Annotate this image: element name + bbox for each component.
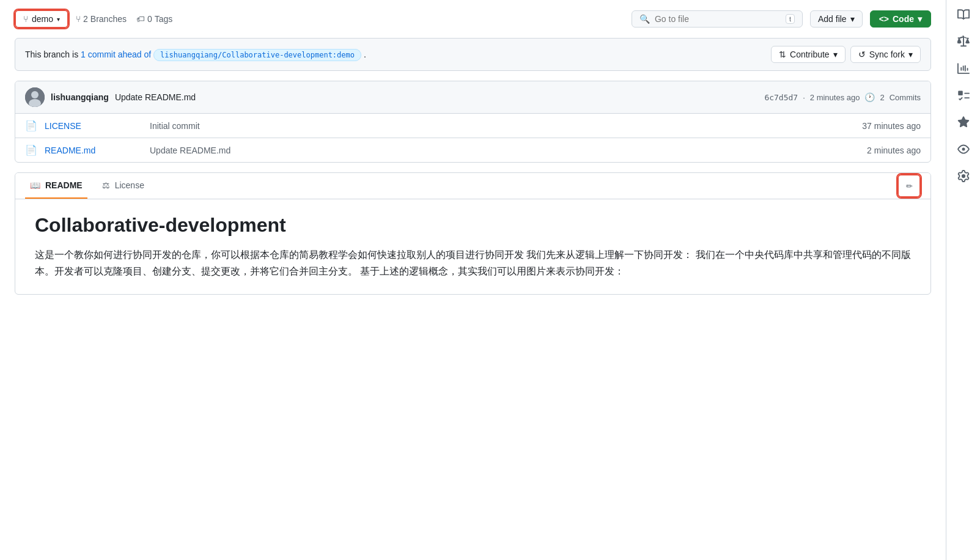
code-label: Code	[893, 14, 914, 24]
code-dropdown-icon: ▾	[918, 14, 922, 24]
file-time-license: 37 minutes ago	[862, 121, 921, 131]
add-file-label: Add file	[818, 14, 847, 24]
tags-label: Tags	[155, 14, 173, 24]
edit-readme-button[interactable]: ✏	[897, 174, 921, 197]
branch-info-suffix: .	[364, 50, 366, 59]
svg-point-1	[31, 91, 39, 98]
tags-link[interactable]: 🏷 0 Tags	[136, 14, 172, 24]
tab-license[interactable]: ⚖ License	[97, 173, 149, 199]
contribute-label: Contribute	[790, 50, 830, 59]
commits-count: 2	[880, 93, 884, 102]
readme-section: 📖 README ⚖ License ✏ Collaborative-devel…	[15, 172, 931, 295]
sidebar-graph-icon[interactable]	[956, 61, 971, 76]
file-commit-msg-license: Initial commit	[150, 121, 855, 131]
commits-link[interactable]: 2 Commits	[880, 93, 921, 102]
upstream-badge: lishuangqiang/Collaborative-development:…	[153, 49, 361, 61]
commit-header: lishuangqiang Update README.md 6c7d5d7 ·…	[15, 81, 930, 114]
sync-fork-button[interactable]: ↺ Sync fork ▾	[850, 46, 921, 63]
tab-readme[interactable]: 📖 README	[25, 173, 87, 199]
sidebar-settings-icon[interactable]	[956, 169, 971, 183]
sidebar-star-icon[interactable]	[956, 115, 971, 130]
pencil-icon: ✏	[906, 182, 913, 191]
file-icon: 📄	[25, 120, 37, 131]
branch-info-text: This branch is 1 commit ahead of lishuan…	[25, 50, 766, 59]
tags-count: 0	[147, 14, 152, 24]
sync-fork-dropdown-icon: ▾	[908, 50, 913, 59]
toolbar-row: ⑂ demo ▾ ⑂ 2 Branches 🏷 0 Tags	[15, 10, 931, 28]
commit-message[interactable]: Update README.md	[115, 92, 759, 102]
contribute-button[interactable]: ⇅ Contribute ▾	[771, 46, 846, 63]
meta-info: ⑂ 2 Branches 🏷 0 Tags	[76, 14, 172, 24]
sidebar-scale-icon[interactable]	[956, 34, 971, 49]
license-tab-label: License	[115, 180, 144, 190]
branch-dropdown-icon: ▾	[57, 16, 60, 23]
branches-link[interactable]: ⑂ 2 Branches	[76, 14, 127, 24]
file-name-license[interactable]: LICENSE	[45, 121, 142, 131]
branch-ahead-prefix: This branch is	[25, 50, 78, 59]
readme-body: 这是一个教你如何进行协同开发的仓库，你可以根据本仓库的简易教程学会如何快速拉取别…	[35, 246, 911, 279]
readme-tab-label: README	[45, 180, 83, 190]
branch-info-bar: This branch is 1 commit ahead of lishuan…	[15, 38, 931, 71]
readme-title: Collaborative-development	[35, 214, 911, 237]
git-branch-icon: ⑂	[23, 14, 28, 24]
commit-hash: 6c7d5d7	[764, 93, 798, 102]
readme-tabs: 📖 README ⚖ License ✏	[15, 173, 930, 199]
code-button[interactable]: <> Code ▾	[870, 10, 931, 28]
branch-name: demo	[32, 14, 53, 24]
ahead-commits-link[interactable]: 1 commit ahead of	[81, 50, 151, 59]
sidebar-eye-icon[interactable]	[956, 142, 971, 157]
file-time-readme: 2 minutes ago	[867, 146, 921, 155]
branches-label: Branches	[90, 14, 127, 24]
right-sidebar	[946, 0, 980, 560]
sync-fork-label: Sync fork	[869, 50, 905, 59]
file-icon: 📄	[25, 144, 37, 156]
file-commit-msg-readme: Update README.md	[150, 146, 860, 155]
sidebar-list-icon[interactable]	[956, 88, 971, 103]
search-shortcut: t	[786, 14, 795, 24]
commits-label: Commits	[890, 93, 921, 102]
table-row: 📄 LICENSE Initial commit 37 minutes ago	[15, 114, 930, 138]
commit-separator: ·	[803, 93, 805, 102]
branch-selector[interactable]: ⑂ demo ▾	[15, 10, 68, 28]
contribute-icon: ⇅	[779, 50, 786, 59]
sidebar-book-icon[interactable]	[956, 7, 971, 22]
branches-count: 2	[83, 14, 88, 24]
commit-time: 2 minutes ago	[810, 93, 860, 102]
table-row: 📄 README.md Update README.md 2 minutes a…	[15, 138, 930, 162]
add-file-dropdown-icon: ▾	[850, 14, 855, 24]
avatar	[25, 87, 45, 107]
edit-btn-wrapper: ✏	[897, 174, 921, 197]
commit-meta: 6c7d5d7 · 2 minutes ago 🕐 2 Commits	[764, 92, 921, 102]
commit-author[interactable]: lishuangqiang	[51, 92, 109, 102]
code-icon: <>	[879, 14, 889, 24]
readme-content: Collaborative-development 这是一个教你如何进行协同开发…	[15, 199, 930, 294]
scale-tab-icon: ⚖	[102, 180, 110, 190]
search-input[interactable]	[655, 14, 781, 24]
clock-icon: 🕐	[864, 92, 875, 102]
file-name-readme[interactable]: README.md	[45, 146, 142, 155]
contribute-dropdown-icon: ▾	[833, 50, 838, 59]
branches-icon: ⑂	[76, 14, 81, 24]
search-box[interactable]: 🔍 t	[632, 10, 803, 28]
tag-icon: 🏷	[136, 14, 145, 24]
file-table: lishuangqiang Update README.md 6c7d5d7 ·…	[15, 81, 931, 163]
add-file-button[interactable]: Add file ▾	[810, 10, 863, 28]
book-tab-icon: 📖	[30, 180, 40, 190]
search-icon: 🔍	[639, 14, 650, 24]
main-content: ⑂ demo ▾ ⑂ 2 Branches 🏷 0 Tags	[0, 0, 946, 560]
sync-icon: ↺	[858, 50, 866, 59]
